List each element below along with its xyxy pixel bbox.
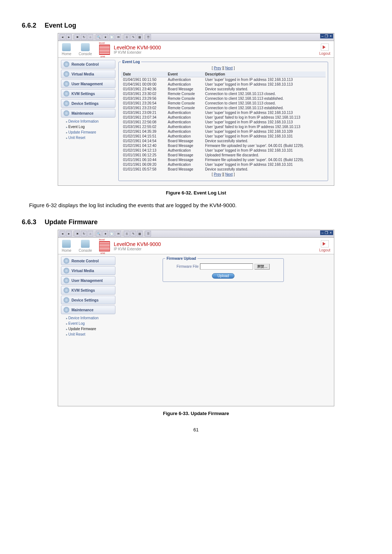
logout-button[interactable]: Logout	[319, 44, 330, 56]
cell-desc: Device succesfully started.	[203, 87, 326, 91]
toolbar-fwd-icon[interactable]: ►	[66, 34, 72, 40]
sidebar-label: Virtual Media	[72, 269, 94, 273]
toolbar-edit-icon[interactable]: ✎	[130, 231, 136, 237]
cell-desc: Firmware file uploaded by user 'super'. …	[203, 157, 326, 162]
table-row: 01/02/1961 04:35:39AuthenticationUser 's…	[121, 129, 326, 134]
sidebar-sub-device-information[interactable]: Device Information	[61, 315, 115, 321]
sidebar-item-remote-control[interactable]: Remote Control	[61, 257, 115, 265]
event-log-panel: Event Log [ Prev ][ Next ] Date Event De…	[118, 60, 328, 181]
toolbar-refresh-icon[interactable]: ↻	[81, 34, 87, 40]
toolbar-history-icon[interactable]: 🕒	[109, 34, 115, 40]
prev-link[interactable]: Prev	[214, 172, 221, 176]
cell-event: Authentication	[166, 120, 203, 124]
cell-desc: Connection to client 192.168.10.113 clos…	[203, 101, 326, 106]
firmware-file-label: Firmware File	[177, 264, 199, 268]
toolbar-history-icon[interactable]: 🕒	[109, 231, 115, 237]
sidebar-item-device-settings[interactable]: Device Settings	[61, 296, 115, 304]
toolbar-fwd-icon[interactable]: ►	[66, 231, 72, 237]
toolbar-mail-icon[interactable]: ✉	[115, 34, 121, 40]
sidebar-sub-update-firmware[interactable]: Update Firmware	[61, 130, 115, 135]
toolbar-fav-icon[interactable]: ★	[102, 231, 108, 237]
cell-event: Board Message	[166, 157, 203, 162]
sidebar-item-kvm-settings[interactable]: KVM Settings	[61, 286, 115, 295]
console-icon	[81, 43, 90, 51]
remote-control-icon	[64, 61, 69, 67]
window-close-icon[interactable]: ×	[330, 231, 332, 235]
sidebar-item-virtual-media[interactable]: Virtual Media	[61, 266, 115, 275]
sidebar-item-device-settings[interactable]: Device Settings	[61, 99, 115, 108]
table-row: 01/03/1961 23:23:02Remote ConsoleConnect…	[121, 106, 326, 110]
toolbar-stop-icon[interactable]: ✖	[74, 34, 80, 40]
sidebar-item-remote-control[interactable]: Remote Control	[61, 60, 115, 69]
sidebar-sub-update-firmware[interactable]: Update Firmware	[61, 326, 115, 332]
sidebar-item-virtual-media[interactable]: Virtual Media	[61, 70, 115, 78]
cell-desc: Connection to client 192.168.10.113 esta…	[203, 106, 326, 110]
toolbar-discuss-icon[interactable]: ☰	[145, 34, 151, 40]
prev-link[interactable]: Prev	[214, 66, 221, 70]
home-button[interactable]: Home	[62, 43, 72, 56]
window-restore-icon[interactable]: ❐	[325, 231, 328, 235]
sidebar-item-kvm-settings[interactable]: KVM Settings	[61, 89, 115, 98]
next-link[interactable]: Next	[225, 66, 233, 70]
sidebar-sub-unit-reset[interactable]: Unit Reset	[61, 135, 115, 140]
toolbar-search-icon[interactable]: 🔍	[96, 34, 102, 40]
sidebar-label: User Management	[72, 279, 103, 283]
window-min-icon[interactable]: –	[322, 34, 324, 38]
figure-caption-32: Figure 6-32. Event Log List	[22, 190, 370, 196]
kvm-settings-icon	[64, 287, 69, 293]
console-button[interactable]: Console	[79, 240, 92, 253]
sidebar-item-maintenance[interactable]: Maintenance	[61, 305, 115, 314]
section-heading-663: 6.6.3 Update Firmware	[22, 218, 370, 226]
table-row: 01/03/1961 23:29:56Remote ConsoleConnect…	[121, 96, 326, 101]
cell-date: 01/04/1961 00:09:00	[121, 82, 166, 87]
browse-button[interactable]: 瀏覽...	[254, 264, 270, 270]
cell-date: 01/03/1961 23:07:34	[121, 115, 166, 120]
sidebar-label: Remote Control	[72, 62, 99, 66]
cell-desc: Firmware file uploaded by user 'super'. …	[203, 143, 326, 148]
logout-button[interactable]: Logout	[319, 240, 330, 252]
firmware-legend: Firmware Upload	[165, 257, 197, 260]
toolbar-refresh-icon[interactable]: ↻	[81, 231, 87, 237]
cell-desc: User 'guest' failed to log in from IP ad…	[203, 115, 326, 120]
window-min-icon[interactable]: –	[322, 231, 324, 235]
sidebar-sub-device-information[interactable]: Device Information	[61, 119, 115, 124]
sidebar-sub-event-log[interactable]: Event Log	[61, 321, 115, 326]
toolbar-mail-icon[interactable]: ✉	[115, 231, 121, 237]
sidebar-item-user-management[interactable]: User Management	[61, 276, 115, 285]
next-link[interactable]: Next	[225, 172, 233, 176]
toolbar-discuss-icon[interactable]: ☰	[145, 231, 151, 237]
firmware-file-input[interactable]	[200, 263, 253, 270]
window-restore-icon[interactable]: ❐	[325, 34, 328, 38]
device-settings-icon	[64, 297, 69, 303]
sidebar-item-maintenance[interactable]: Maintenance	[61, 109, 115, 118]
toolbar-stop-icon[interactable]: ✖	[74, 231, 80, 237]
toolbar-home-icon[interactable]: ⌂	[87, 231, 93, 237]
toolbar-print-icon[interactable]: ⎙	[124, 231, 130, 237]
toolbar-home-icon[interactable]: ⌂	[87, 34, 93, 40]
console-label: Console	[79, 249, 92, 253]
console-button[interactable]: Console	[79, 43, 92, 56]
toolbar-go-icon[interactable]: ▦	[137, 34, 143, 40]
sidebar-label: KVM Settings	[72, 288, 95, 292]
toolbar-edit-icon[interactable]: ✎	[130, 34, 136, 40]
window-close-icon[interactable]: ×	[330, 34, 332, 38]
levelone-logo	[99, 241, 110, 251]
cell-date: 01/02/1961 04:35:39	[121, 129, 166, 134]
upload-button[interactable]: Upload	[212, 273, 234, 279]
toolbar-print-icon[interactable]: ⎙	[124, 34, 130, 40]
cell-desc: Device succesfully started.	[203, 139, 326, 143]
table-row: 01/03/1961 23:09:21AuthenticationUser 's…	[121, 110, 326, 115]
sidebar-item-user-management[interactable]: User Management	[61, 79, 115, 88]
toolbar-fav-icon[interactable]: ★	[102, 34, 108, 40]
toolbar-search-icon[interactable]: 🔍	[96, 231, 102, 237]
toolbar-back-icon[interactable]: ◄	[60, 34, 65, 40]
event-log-legend: Event Log	[121, 60, 141, 64]
cell-event: Remote Console	[166, 101, 203, 106]
sidebar-sub-unit-reset[interactable]: Unit Reset	[61, 332, 115, 337]
toolbar-go-icon[interactable]: ▦	[137, 231, 143, 237]
toolbar-back-icon[interactable]: ◄	[60, 231, 65, 237]
home-button[interactable]: Home	[62, 240, 72, 253]
cell-date: 01/03/1961 22:55:02	[121, 124, 166, 129]
sidebar-sub-event-log[interactable]: Event Log	[61, 124, 115, 130]
cell-event: Board Message	[166, 153, 203, 157]
